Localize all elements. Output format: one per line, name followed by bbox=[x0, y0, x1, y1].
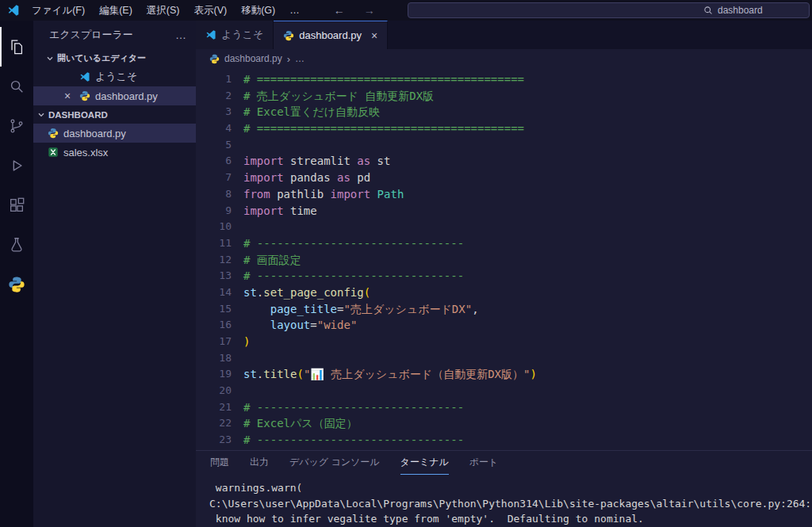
open-editor-item[interactable]: ×dashboard.py bbox=[33, 86, 196, 105]
workbench: エクスプローラー … 開いているエディター ようこそ×dashboard.py … bbox=[0, 21, 812, 527]
code-line: 15 page_title="売上ダッシュボードDX", bbox=[196, 301, 812, 318]
line-number: 3 bbox=[196, 104, 243, 120]
panel-tab-item[interactable]: ポート bbox=[469, 451, 499, 475]
run-debug-icon[interactable] bbox=[0, 146, 33, 185]
code-token: import bbox=[331, 188, 371, 200]
editor-tab-active[interactable]: dashboard.py× bbox=[274, 21, 388, 49]
menu-item-2[interactable]: 編集(E) bbox=[92, 4, 140, 17]
line-number: 18 bbox=[196, 350, 243, 367]
menu-item-4[interactable]: 表示(V) bbox=[186, 4, 234, 17]
panel-tab-item[interactable]: 出力 bbox=[250, 451, 269, 475]
line-number: 5 bbox=[196, 137, 243, 154]
code-token bbox=[243, 303, 270, 315]
open-editors-header[interactable]: 開いているエディター bbox=[33, 49, 196, 67]
code-token: as bbox=[357, 155, 370, 167]
forward-button[interactable]: → bbox=[364, 4, 375, 17]
menu-item-6[interactable]: … bbox=[282, 5, 307, 16]
code-token: set_page_config bbox=[263, 286, 363, 299]
chevron-down-icon bbox=[46, 55, 54, 63]
open-editor-item[interactable]: ようこそ bbox=[33, 67, 196, 86]
code-token: # Excel置くだけ自動反映 bbox=[243, 105, 380, 118]
vscode-file-icon bbox=[205, 29, 216, 40]
sidebar-explorer: エクスプローラー … 開いているエディター ようこそ×dashboard.py … bbox=[33, 21, 196, 527]
code-text: # ------------------------------- bbox=[243, 399, 464, 416]
search-activity-icon[interactable] bbox=[0, 67, 33, 106]
file-label: ようこそ bbox=[95, 70, 137, 84]
activity-bar bbox=[0, 21, 33, 527]
line-number: 6 bbox=[196, 153, 243, 170]
terminal-line: know how to infer vegalite type from 'em… bbox=[209, 511, 812, 527]
line-number: 10 bbox=[196, 219, 243, 235]
code-text: # ======================================… bbox=[243, 120, 524, 137]
code-line: 18 bbox=[196, 350, 812, 367]
breadcrumb-file[interactable]: dashboard.py bbox=[224, 53, 282, 64]
code-line: 22# Excelパス（固定） bbox=[196, 415, 812, 432]
code-token: = bbox=[310, 319, 316, 331]
code-token: ) bbox=[530, 368, 536, 380]
line-number: 23 bbox=[196, 432, 243, 449]
menu-item-3[interactable]: 選択(S) bbox=[140, 4, 187, 17]
history-nav: ← → bbox=[334, 4, 375, 17]
back-button[interactable]: ← bbox=[334, 4, 345, 17]
breadcrumb-more[interactable]: … bbox=[295, 53, 304, 64]
code-token: st bbox=[243, 368, 257, 380]
code-token: # Excelパス（固定） bbox=[243, 417, 358, 430]
code-token: layout bbox=[270, 319, 311, 331]
code-text: layout="wide" bbox=[243, 317, 357, 334]
menu-item-5[interactable]: 移動(G) bbox=[234, 4, 282, 17]
panel-tab-item[interactable]: デバッグ コンソール bbox=[289, 451, 380, 475]
panel-tab-active[interactable]: ターミナル bbox=[400, 451, 449, 475]
code-line: 19st.title("📊 売上ダッシュボード（自動更新DX版）") bbox=[196, 366, 812, 383]
code-line: 23# ------------------------------- bbox=[196, 432, 812, 449]
line-number: 11 bbox=[196, 235, 243, 252]
code-text: import pandas as pd bbox=[243, 170, 370, 186]
code-token: import bbox=[243, 204, 284, 217]
more-actions-button[interactable]: … bbox=[175, 29, 186, 41]
testing-icon[interactable] bbox=[0, 225, 33, 265]
code-token: # ------------------------------- bbox=[243, 433, 464, 446]
code-token: # ------------------------------- bbox=[243, 237, 464, 250]
tab-label: ようこそ bbox=[221, 28, 263, 42]
code-text: import streamlit as st bbox=[243, 153, 390, 170]
code-token: ( bbox=[297, 368, 303, 380]
tree-item[interactable]: sales.xlsx bbox=[33, 143, 196, 162]
code-text: # 売上ダッシュボード 自動更新DX版 bbox=[243, 88, 434, 105]
menu-item-1[interactable]: ファイル(F) bbox=[25, 4, 92, 17]
folder-header[interactable]: DASHBOARD bbox=[33, 105, 196, 124]
code-token: ) bbox=[243, 335, 250, 348]
source-control-icon[interactable] bbox=[0, 106, 33, 146]
breadcrumb-separator: › bbox=[287, 53, 290, 65]
code-token: import bbox=[243, 155, 284, 167]
close-editor-button[interactable]: × bbox=[60, 90, 75, 102]
editor-area: ようこそdashboard.py× dashboard.py › … 1# ==… bbox=[196, 21, 812, 527]
line-number: 22 bbox=[196, 415, 243, 432]
tree-item[interactable]: dashboard.py bbox=[33, 124, 196, 143]
code-text: # Excelパス（固定） bbox=[243, 415, 358, 432]
code-line: 10 bbox=[196, 219, 812, 235]
code-line: 20 bbox=[196, 383, 812, 399]
code-token: pathlib bbox=[270, 188, 331, 200]
explorer-icon[interactable] bbox=[0, 27, 33, 67]
code-editor[interactable]: 1# =====================================… bbox=[196, 68, 812, 450]
code-line: 2# 売上ダッシュボード 自動更新DX版 bbox=[196, 88, 812, 105]
code-line: 5 bbox=[196, 137, 812, 154]
command-center-search[interactable]: dashboard bbox=[408, 2, 810, 18]
code-line: 6import streamlit as st bbox=[196, 153, 812, 170]
line-number: 8 bbox=[196, 186, 243, 203]
python-extension-icon[interactable] bbox=[0, 265, 33, 304]
close-tab-button[interactable]: × bbox=[371, 29, 377, 42]
editor-tab-inactive[interactable]: ようこそ bbox=[196, 21, 274, 49]
panel-tab-item[interactable]: 問題 bbox=[210, 451, 229, 475]
editor-tabs: ようこそdashboard.py× bbox=[196, 21, 812, 49]
open-editors-label: 開いているエディター bbox=[57, 52, 146, 64]
code-token: as bbox=[337, 171, 350, 184]
code-token: streamlit bbox=[284, 155, 358, 167]
breadcrumb[interactable]: dashboard.py › … bbox=[196, 49, 812, 68]
code-line: 7import pandas as pd bbox=[196, 170, 812, 186]
code-token: pd bbox=[350, 171, 370, 184]
file-label: sales.xlsx bbox=[63, 147, 108, 158]
terminal-output[interactable]: warnings.warn(C:\Users\user\AppData\Loca… bbox=[196, 475, 812, 527]
code-token: time bbox=[284, 204, 317, 217]
code-token: # ------------------------------- bbox=[243, 401, 464, 414]
extensions-icon[interactable] bbox=[0, 185, 33, 225]
